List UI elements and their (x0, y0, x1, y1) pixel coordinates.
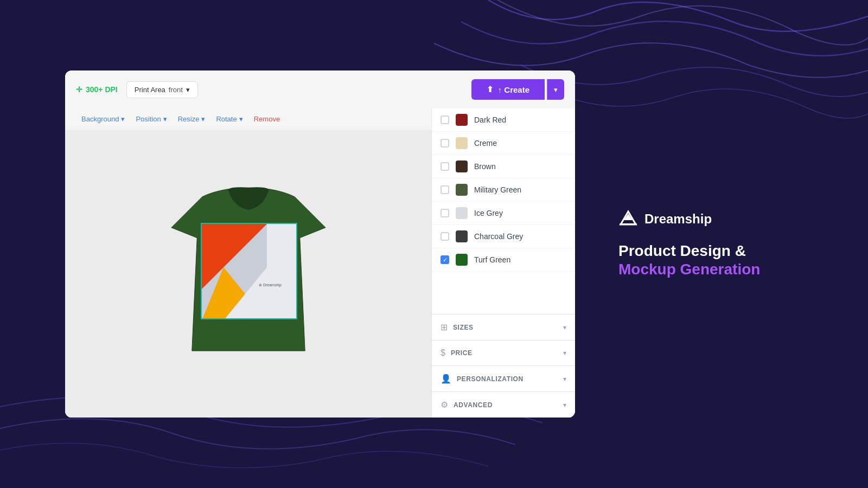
position-label: Position (136, 115, 161, 123)
create-icon: ⬆ (487, 85, 494, 94)
remove-label: Remove (254, 115, 280, 123)
print-area-side: front (169, 86, 183, 94)
personalization-chevron-icon: ▾ (563, 375, 566, 383)
color-item-creme[interactable]: Creme (432, 132, 575, 155)
color-checkbox-turf-green[interactable] (441, 255, 449, 264)
brand-logo: Dreamship (618, 209, 803, 229)
rotate-label: Rotate (216, 115, 237, 123)
advanced-chevron-icon: ▾ (563, 401, 566, 409)
position-button[interactable]: Position ▾ (136, 115, 167, 123)
advanced-icon: ⚙ (441, 400, 448, 410)
create-label: ↑ Create (498, 85, 529, 94)
color-checkbox-military-green[interactable] (441, 185, 449, 194)
toolbar-right: ⬆ ↑ Create ▾ (471, 79, 564, 100)
color-label-creme: Creme (474, 139, 497, 147)
app-panel: ✛ 300+ DPI Print Area front ▾ ⬆ ↑ Create… (65, 70, 575, 418)
resize-label: Resize (178, 115, 200, 123)
canvas-toolbar: Background ▾ Position ▾ Resize ▾ Rotate … (65, 108, 431, 130)
rotate-button[interactable]: Rotate ▾ (216, 115, 242, 123)
color-checkbox-dark-red[interactable] (441, 115, 449, 124)
sizes-accordion[interactable]: ⊞ SIZES ▾ (432, 314, 575, 340)
sizes-label: SIZES (453, 324, 474, 331)
price-icon: $ (441, 348, 445, 358)
color-checkbox-ice-grey[interactable] (441, 209, 449, 217)
color-swatch-charcoal-grey (456, 230, 468, 242)
price-label: PRICE (451, 349, 473, 357)
personalization-accordion[interactable]: 👤 PERSONALIZATION ▾ (432, 365, 575, 391)
color-swatch-brown (456, 160, 468, 172)
tagline: Product Design & Mockup Generation (618, 242, 803, 278)
remove-button[interactable]: Remove (254, 115, 280, 123)
design-overlay[interactable]: ⊛ Dreamship (201, 223, 297, 319)
color-checkbox-creme[interactable] (441, 139, 449, 147)
dpi-badge: ✛ 300+ DPI (76, 85, 118, 94)
create-button[interactable]: ⬆ ↑ Create (471, 79, 545, 100)
print-area-label: Print Area (135, 86, 165, 94)
color-item-military-green[interactable]: Military Green (432, 178, 575, 202)
color-label-military-green: Military Green (474, 185, 521, 194)
color-label-ice-grey: Ice Grey (474, 209, 503, 217)
resize-chevron-icon: ▾ (201, 115, 205, 123)
color-item-dark-red[interactable]: Dark Red (432, 108, 575, 132)
info-panel: Dreamship Product Design & Mockup Genera… (618, 209, 803, 278)
color-label-charcoal-grey: Charcoal Grey (474, 232, 523, 241)
print-area-button[interactable]: Print Area front ▾ (126, 81, 198, 98)
color-checkbox-charcoal-grey[interactable] (441, 232, 449, 241)
price-accordion[interactable]: $ PRICE ▾ (432, 340, 575, 365)
dpi-label: 300+ DPI (86, 85, 118, 94)
personalization-icon: 👤 (441, 374, 451, 384)
brand-name: Dreamship (644, 211, 712, 227)
sizes-icon: ⊞ (441, 322, 448, 332)
background-label: Background (81, 115, 119, 123)
right-panel: Dark RedCremeBrownMilitary GreenIce Grey… (431, 108, 575, 418)
color-swatch-turf-green (456, 254, 468, 266)
color-swatch-dark-red (456, 114, 468, 126)
sizes-chevron-icon: ▾ (563, 324, 566, 331)
design-svg: ⊛ Dreamship (202, 224, 297, 319)
svg-text:⊛ Dreamship: ⊛ Dreamship (259, 283, 282, 287)
create-dropdown-button[interactable]: ▾ (547, 79, 564, 100)
position-chevron-icon: ▾ (163, 115, 167, 123)
canvas-view: ⊛ Dreamship (65, 130, 431, 418)
background-button[interactable]: Background ▾ (81, 115, 125, 123)
print-area-chevron-icon: ▾ (186, 86, 190, 94)
color-checkbox-brown[interactable] (441, 162, 449, 171)
color-item-turf-green[interactable]: Turf Green (432, 248, 575, 272)
personalization-label: PERSONALIZATION (457, 375, 524, 383)
advanced-accordion[interactable]: ⚙ ADVANCED ▾ (432, 391, 575, 418)
color-item-brown[interactable]: Brown (432, 155, 575, 178)
color-swatch-creme (456, 137, 468, 149)
advanced-label: ADVANCED (454, 401, 493, 409)
tagline-line2: Mockup Generation (618, 260, 803, 279)
svg-rect-7 (620, 223, 637, 225)
color-label-turf-green: Turf Green (474, 255, 510, 264)
color-list: Dark RedCremeBrownMilitary GreenIce Grey… (432, 108, 575, 314)
rotate-chevron-icon: ▾ (239, 115, 243, 123)
canvas-area: Background ▾ Position ▾ Resize ▾ Rotate … (65, 108, 431, 418)
color-swatch-ice-grey (456, 207, 468, 219)
background-chevron-icon: ▾ (121, 115, 125, 123)
tagline-line1: Product Design & (618, 242, 803, 260)
toolbar-left: ✛ 300+ DPI Print Area front ▾ (76, 81, 198, 98)
content-area: Background ▾ Position ▾ Resize ▾ Rotate … (65, 108, 575, 418)
logo-icon (618, 209, 638, 229)
tshirt-mockup: ⊛ Dreamship (156, 176, 341, 371)
dpi-icon: ✛ (76, 85, 82, 94)
color-label-dark-red: Dark Red (474, 115, 506, 124)
price-chevron-icon: ▾ (563, 349, 566, 357)
color-item-charcoal-grey[interactable]: Charcoal Grey (432, 225, 575, 248)
color-swatch-military-green (456, 184, 468, 196)
color-item-ice-grey[interactable]: Ice Grey (432, 202, 575, 225)
color-label-brown: Brown (474, 162, 496, 171)
resize-button[interactable]: Resize ▾ (178, 115, 206, 123)
toolbar: ✛ 300+ DPI Print Area front ▾ ⬆ ↑ Create… (65, 70, 575, 108)
